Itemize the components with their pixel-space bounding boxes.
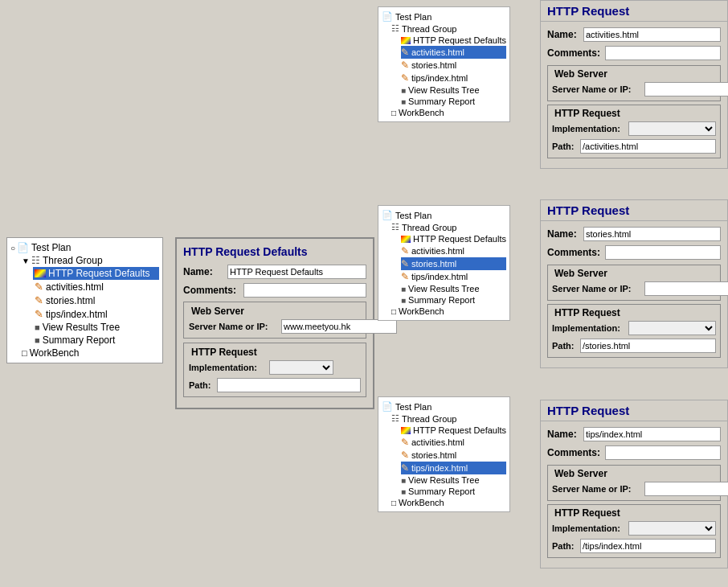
top-tree-stories-label[interactable]: stories.html [411, 60, 456, 70]
top-tree-activities[interactable]: ✎ activities.html [401, 46, 506, 59]
left-tree-threadgroup-label[interactable]: Thread Group [43, 255, 103, 266]
http-top-webserver-title: Web Server [552, 68, 610, 80]
left-tree-viewresults-label[interactable]: View Results Tree [43, 322, 121, 333]
http-bot-name-input[interactable] [583, 427, 721, 441]
defaults-comments-input[interactable] [243, 283, 366, 298]
top-tree-viewresults-label[interactable]: View Results Tree [408, 85, 479, 95]
bot-tree-tips[interactable]: ✎ tips/index.html [401, 462, 506, 474]
expand-icon[interactable]: ○ [10, 244, 15, 252]
bot-tree-tips-label[interactable]: tips/index.html [411, 463, 468, 473]
http-bot-impl-select[interactable] [628, 521, 716, 536]
http-bot-comments-input[interactable] [605, 445, 721, 460]
bot-tree-viewresults-label[interactable]: View Results Tree [408, 475, 479, 485]
mid-tree-threadgroup-label[interactable]: Thread Group [402, 223, 456, 232]
bot-tree-threadgroup[interactable]: ☷ Thread Group [391, 413, 506, 425]
left-tree-tips-label[interactable]: tips/index.html [46, 309, 108, 320]
top-tree-defaults[interactable]: HTTP Request Defaults [401, 35, 506, 46]
bot-tree-testplan[interactable]: 📄 Test Plan [382, 400, 506, 413]
mid-tree-threadgroup[interactable]: ☷ Thread Group [391, 221, 506, 233]
top-tree-testplan-label[interactable]: Test Plan [395, 12, 431, 22]
top-tree-stories[interactable]: ✎ stories.html [401, 59, 506, 72]
left-tree-activities-label[interactable]: activities.html [46, 281, 104, 293]
http-bot-name-row: Name: [541, 425, 727, 444]
http-top-server-input[interactable] [644, 82, 728, 96]
bot-tree-summary[interactable]: ■ Summary Report [401, 486, 506, 497]
top-tree-workbench-label[interactable]: WorkBench [399, 108, 444, 117]
top-tree-threadgroup[interactable]: ☷ Thread Group [391, 23, 506, 35]
http-mid-name-input[interactable] [583, 227, 721, 241]
http-top-path-input[interactable] [580, 139, 716, 154]
mid-tree-workbench-label[interactable]: WorkBench [399, 306, 444, 316]
top-tree-summary[interactable]: ■ Summary Report [401, 96, 506, 107]
left-tree-summaryreport-label[interactable]: Summary Report [43, 335, 116, 346]
mid-tree-testplan-label[interactable]: Test Plan [395, 211, 431, 220]
top-tree-summary-label[interactable]: Summary Report [408, 96, 475, 106]
bot-tree-stories[interactable]: ✎ stories.html [401, 449, 506, 462]
workbench-icon-left: □ [22, 348, 27, 358]
mid-tree-stories-label[interactable]: stories.html [411, 259, 456, 269]
http-top-name-input[interactable] [583, 27, 721, 42]
http-bot-server-input[interactable] [644, 482, 728, 496]
left-tree-httpdefaults-label[interactable]: HTTP Request Defaults [48, 268, 150, 279]
left-tree-workbench-label[interactable]: WorkBench [30, 347, 80, 359]
mid-tree-tips-label[interactable]: tips/index.html [411, 272, 468, 281]
bot-tree-activities-label[interactable]: activities.html [411, 437, 464, 447]
top-tree-tips-label[interactable]: tips/index.html [411, 73, 468, 83]
top-tree-threadgroup-label[interactable]: Thread Group [402, 24, 456, 34]
bot-tree-defaults[interactable]: HTTP Request Defaults [401, 425, 506, 436]
left-tree-testplan-label[interactable]: Test Plan [31, 242, 71, 253]
http-top-name-row: Name: [541, 25, 727, 44]
mid-tree-defaults[interactable]: HTTP Request Defaults [401, 233, 506, 244]
http-top-server-row: Server Name or IP: [552, 82, 716, 96]
bot-tree-workbench[interactable]: □ WorkBench [382, 497, 506, 508]
bot-tree-stories-label[interactable]: stories.html [411, 450, 456, 460]
http-top-comments-input[interactable] [605, 46, 721, 60]
bot-tree-defaults-label[interactable]: HTTP Request Defaults [413, 425, 506, 435]
mid-tree-summary[interactable]: ■ Summary Report [401, 294, 506, 306]
bot-tree-testplan-label[interactable]: Test Plan [395, 402, 431, 412]
left-tree-viewresults-row[interactable]: ■ View Results Tree [33, 321, 159, 334]
mid-tree-summary-label[interactable]: Summary Report [408, 295, 475, 305]
top-tree-tips[interactable]: ✎ tips/index.html [401, 72, 506, 84]
mid-tree-testplan[interactable]: 📄 Test Plan [382, 209, 506, 221]
left-tree-httpdefaults-row[interactable]: HTTP Request Defaults [33, 267, 159, 280]
bot-tree-threadgroup-label[interactable]: Thread Group [402, 414, 456, 424]
top-tree-testplan[interactable]: 📄 Test Plan [382, 10, 506, 23]
left-tree-summaryreport-row[interactable]: ■ Summary Report [33, 334, 159, 347]
bot-tree-summary-label[interactable]: Summary Report [408, 486, 475, 496]
mid-tree-tips[interactable]: ✎ tips/index.html [401, 270, 506, 283]
mid-tree-workbench[interactable]: □ WorkBench [382, 306, 506, 317]
defaults-name-input[interactable] [227, 265, 366, 279]
defaults-path-input[interactable] [217, 378, 361, 392]
http-mid-comments-input[interactable] [605, 245, 721, 260]
defaults-impl-select[interactable] [269, 360, 333, 375]
mid-tree-stories[interactable]: ✎ stories.html [401, 257, 506, 270]
http-mid-server-input[interactable] [644, 281, 728, 296]
bot-tree-workbench-label[interactable]: WorkBench [399, 498, 444, 507]
top-tree-viewresults[interactable]: ■ View Results Tree [401, 84, 506, 96]
mid-tree-viewresults-label[interactable]: View Results Tree [408, 284, 479, 294]
http-bot-path-input[interactable] [580, 539, 716, 553]
defaults-server-input[interactable] [281, 319, 397, 334]
bot-tree-viewresults[interactable]: ■ View Results Tree [401, 474, 506, 486]
left-tree-activities-row[interactable]: ✎ activities.html [33, 280, 159, 294]
top-tree-activities-label[interactable]: activities.html [411, 47, 464, 57]
left-tree-stories-label[interactable]: stories.html [46, 295, 95, 306]
left-tree-stories-row[interactable]: ✎ stories.html [33, 294, 159, 307]
mid-tree-viewresults[interactable]: ■ View Results Tree [401, 283, 506, 294]
top-tree-workbench[interactable]: □ WorkBench [382, 107, 506, 118]
top-tree-defaults-label[interactable]: HTTP Request Defaults [413, 35, 506, 45]
http-top-path-label: Path: [552, 142, 580, 151]
wb-icon-top: □ [391, 109, 396, 117]
http-mid-impl-select[interactable] [628, 321, 716, 335]
http-mid-path-input[interactable] [580, 339, 716, 353]
mid-tree-activities-label[interactable]: activities.html [411, 246, 464, 256]
bot-tree-activities[interactable]: ✎ activities.html [401, 436, 506, 449]
mid-tree-defaults-label[interactable]: HTTP Request Defaults [413, 234, 506, 244]
mid-tree-activities[interactable]: ✎ activities.html [401, 244, 506, 257]
http-top-impl-select[interactable] [628, 121, 716, 136]
expand-icon2[interactable]: ▼ [22, 257, 30, 265]
defaults-name-label: Name: [183, 266, 227, 277]
left-tree-tips-row[interactable]: ✎ tips/index.html [33, 307, 159, 321]
left-tree-workbench-row[interactable]: □ WorkBench [10, 347, 159, 359]
